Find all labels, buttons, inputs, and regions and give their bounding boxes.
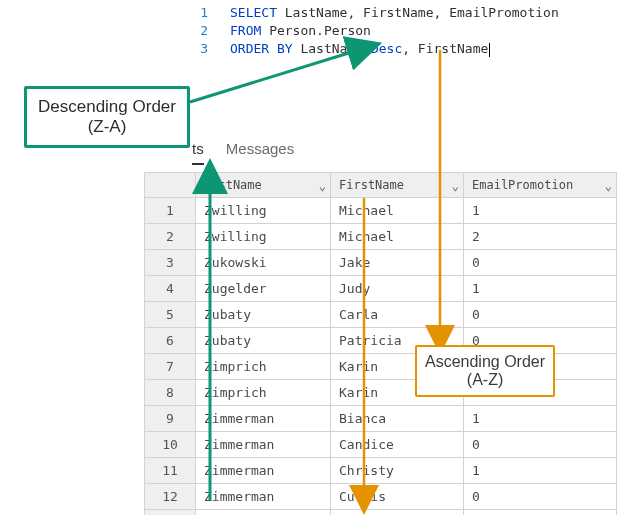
cell-lastname: Zimprich [196, 380, 331, 406]
cell-lastname: Zukowski [196, 250, 331, 276]
cell-lastname: Zubaty [196, 328, 331, 354]
table-row[interactable]: 13ZimmermanHenry1 [145, 510, 617, 516]
col-header-lastname[interactable]: LastName⌄ [196, 173, 331, 198]
cell-emailpromotion: 0 [464, 432, 617, 458]
code-line: 2FROM Person.Person [180, 22, 559, 40]
cell-firstname: Michael [331, 224, 464, 250]
cell-lastname: Zimmerman [196, 432, 331, 458]
callout-text: Descending Order [38, 97, 176, 116]
tab-results[interactable]: ts [192, 140, 204, 165]
cell-emailpromotion: 0 [464, 484, 617, 510]
results-tabs: ts Messages [192, 140, 312, 165]
cell-lastname: Zimprich [196, 354, 331, 380]
row-number: 12 [145, 484, 196, 510]
row-number: 8 [145, 380, 196, 406]
table-row[interactable]: 4ZugelderJudy1 [145, 276, 617, 302]
results-grid: LastName⌄ FirstName⌄ EmailPromotion⌄ 1Zw… [144, 172, 617, 515]
table-row[interactable]: 1ZwillingMichael1 [145, 198, 617, 224]
row-number-header [145, 173, 196, 198]
cell-lastname: Zimmerman [196, 458, 331, 484]
tab-messages[interactable]: Messages [226, 140, 294, 163]
cell-emailpromotion: 1 [464, 510, 617, 516]
row-number: 4 [145, 276, 196, 302]
chevron-down-icon[interactable]: ⌄ [452, 179, 459, 193]
table-row[interactable]: 2ZwillingMichael2 [145, 224, 617, 250]
cell-firstname: Bianca [331, 406, 464, 432]
chevron-down-icon[interactable]: ⌄ [319, 179, 326, 193]
callout-text: (A-Z) [425, 371, 545, 389]
callout-text: Ascending Order [425, 353, 545, 370]
row-number: 5 [145, 302, 196, 328]
table-row[interactable]: 3ZukowskiJake0 [145, 250, 617, 276]
cell-lastname: Zwilling [196, 198, 331, 224]
table-row[interactable]: 9ZimmermanBianca1 [145, 406, 617, 432]
cell-lastname: Zimmerman [196, 406, 331, 432]
cell-emailpromotion: 1 [464, 276, 617, 302]
row-number: 2 [145, 224, 196, 250]
cell-emailpromotion: 2 [464, 224, 617, 250]
cell-lastname: Zimmerman [196, 510, 331, 516]
col-header-emailpromotion[interactable]: EmailPromotion⌄ [464, 173, 617, 198]
table-row[interactable]: 5ZubatyCarla0 [145, 302, 617, 328]
cell-firstname: Candice [331, 432, 464, 458]
table-row[interactable]: 10ZimmermanCandice0 [145, 432, 617, 458]
callout-text: (Z-A) [38, 117, 176, 137]
cell-emailpromotion: 1 [464, 198, 617, 224]
sql-editor[interactable]: 1SELECT LastName, FirstName, EmailPromot… [180, 4, 559, 58]
row-number: 1 [145, 198, 196, 224]
cell-emailpromotion: 1 [464, 406, 617, 432]
cell-firstname: Curtis [331, 484, 464, 510]
cell-firstname: Jake [331, 250, 464, 276]
cell-emailpromotion: 0 [464, 250, 617, 276]
row-number: 6 [145, 328, 196, 354]
row-number: 3 [145, 250, 196, 276]
table-row[interactable]: 12ZimmermanCurtis0 [145, 484, 617, 510]
descending-callout: Descending Order (Z-A) [24, 86, 190, 148]
cell-emailpromotion: 1 [464, 458, 617, 484]
cell-firstname: Christy [331, 458, 464, 484]
cell-lastname: Zwilling [196, 224, 331, 250]
cell-lastname: Zimmerman [196, 484, 331, 510]
row-number: 9 [145, 406, 196, 432]
col-header-firstname[interactable]: FirstName⌄ [331, 173, 464, 198]
code-line: 1SELECT LastName, FirstName, EmailPromot… [180, 4, 559, 22]
text-cursor-icon [489, 43, 490, 57]
header-row: LastName⌄ FirstName⌄ EmailPromotion⌄ [145, 173, 617, 198]
cell-lastname: Zubaty [196, 302, 331, 328]
code-line: 3ORDER BY LastName Desc, FirstName [180, 40, 559, 58]
cell-firstname: Judy [331, 276, 464, 302]
row-number: 11 [145, 458, 196, 484]
cell-firstname: Carla [331, 302, 464, 328]
ascending-callout: Ascending Order (A-Z) [415, 345, 555, 397]
row-number: 10 [145, 432, 196, 458]
table-row[interactable]: 11ZimmermanChristy1 [145, 458, 617, 484]
cell-emailpromotion: 0 [464, 302, 617, 328]
row-number: 7 [145, 354, 196, 380]
row-number: 13 [145, 510, 196, 516]
chevron-down-icon[interactable]: ⌄ [605, 179, 612, 193]
cell-lastname: Zugelder [196, 276, 331, 302]
cell-firstname: Henry [331, 510, 464, 516]
cell-firstname: Michael [331, 198, 464, 224]
